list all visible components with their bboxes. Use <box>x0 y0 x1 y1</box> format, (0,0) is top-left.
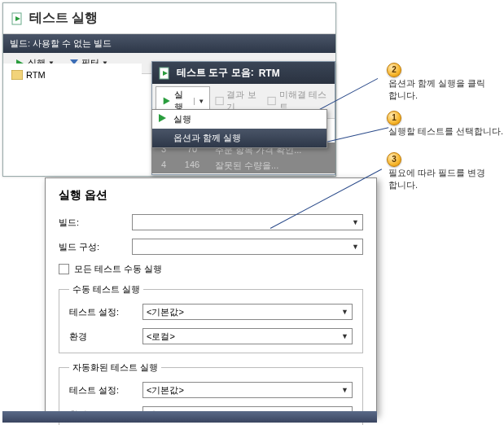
badge-2-icon: 2 <box>387 63 401 77</box>
test-settings-label: 테스트 설정: <box>69 384 142 397</box>
fieldset-manual-legend: 수동 테스트 실행 <box>69 283 143 296</box>
env-label: 환경 <box>69 331 142 343</box>
callout-2-text: 옵션과 함께 실행을 클릭합니다. <box>388 78 485 100</box>
combo-value: <기본값> <box>147 306 184 318</box>
cell-id: 146 <box>176 160 208 172</box>
main-title: 테스트 실행 <box>29 10 98 27</box>
run-dropdown-menu: 실행 옵션과 함께 실행 <box>151 109 327 148</box>
panel-header-prefix: 테스트 도구 모음: <box>177 66 254 80</box>
callout-1: 1 실행할 테스트를 선택합니다. <box>388 125 503 138</box>
bottom-accent-bar <box>2 411 377 423</box>
chevron-down-icon: ▼ <box>341 332 348 340</box>
list-icon <box>267 96 276 106</box>
callout-3: 3 필요에 따라 필드를 변경합니다. <box>388 167 486 191</box>
cell-desc: 잘못된 수량을... <box>208 160 335 172</box>
cell-index: 4 <box>151 160 176 172</box>
results-icon <box>215 96 224 106</box>
menu-item-label: 옵션과 함께 실행 <box>173 133 241 142</box>
play-icon <box>156 112 168 124</box>
manual-test-settings-combo[interactable]: <기본값> ▼ <box>142 304 353 320</box>
menu-item-run-with-options[interactable]: 옵션과 함께 실행 <box>152 129 327 147</box>
chevron-down-icon: ▼ <box>352 218 359 226</box>
build-label: 빌드: <box>59 217 132 229</box>
fieldset-auto-legend: 자동화된 테스트 실행 <box>69 361 161 374</box>
test-run-icon <box>11 12 24 25</box>
suite-icon <box>159 67 172 80</box>
sidebar-tree: RTM <box>3 64 142 176</box>
badge-3-icon: 3 <box>387 152 401 167</box>
chevron-down-icon: ▼ <box>194 98 204 105</box>
svg-rect-8 <box>216 97 223 104</box>
badge-1-icon: 1 <box>387 111 401 125</box>
callout-3-text: 필요에 따라 필드를 변경합니다. <box>388 168 485 190</box>
chevron-down-icon: ▼ <box>341 386 348 394</box>
fieldset-manual: 수동 테스트 실행 테스트 설정: <기본값> ▼ 환경 <로컬> ▼ <box>59 283 363 353</box>
svg-marker-7 <box>164 98 170 105</box>
dialog-title: 실행 옵션 <box>59 188 363 203</box>
chevron-down-icon: ▼ <box>341 308 348 316</box>
svg-rect-9 <box>268 97 275 104</box>
manual-env-combo[interactable]: <로컬> ▼ <box>142 328 353 344</box>
panel-header-name: RTM <box>259 68 280 79</box>
manual-all-label: 모든 테스트 수동 실행 <box>74 263 162 275</box>
menu-item-label: 실행 <box>173 114 191 124</box>
build-combo[interactable]: ▼ <box>132 214 363 230</box>
test-settings-label: 테스트 설정: <box>69 306 142 318</box>
combo-value: <기본값> <box>147 384 184 397</box>
tree-item-rtm[interactable]: RTM <box>8 68 137 81</box>
manual-all-checkbox[interactable] <box>59 264 69 274</box>
tree-item-label: RTM <box>26 70 46 80</box>
suite-icon <box>11 70 23 80</box>
auto-test-settings-combo[interactable]: <기본값> ▼ <box>142 382 353 398</box>
callout-2: 2 옵션과 함께 실행을 클릭합니다. <box>388 77 486 102</box>
table-row[interactable]: 4 146 잘못된 수량을... <box>151 158 335 173</box>
play-icon <box>161 95 172 107</box>
menu-item-run[interactable]: 실행 <box>152 110 327 129</box>
svg-rect-4 <box>11 70 23 80</box>
build-config-combo[interactable]: ▼ <box>132 239 363 255</box>
build-config-label: 빌드 구성: <box>59 241 132 253</box>
chevron-down-icon: ▼ <box>352 243 359 251</box>
run-options-dialog: 실행 옵션 빌드: ▼ 빌드 구성: ▼ 모든 테스트 수동 실행 수동 테스트… <box>45 177 377 415</box>
panel-header: 테스트 도구 모음: RTM <box>152 62 335 84</box>
svg-marker-10 <box>159 114 166 122</box>
main-header: 테스트 실행 <box>3 3 335 34</box>
build-status-bar: 빌드: 사용할 수 없는 빌드 <box>3 34 335 53</box>
combo-value: <로컬> <box>147 331 175 343</box>
callout-1-text: 실행할 테스트를 선택합니다. <box>388 126 503 136</box>
build-status-label: 빌드: 사용할 수 없는 빌드 <box>10 38 112 48</box>
